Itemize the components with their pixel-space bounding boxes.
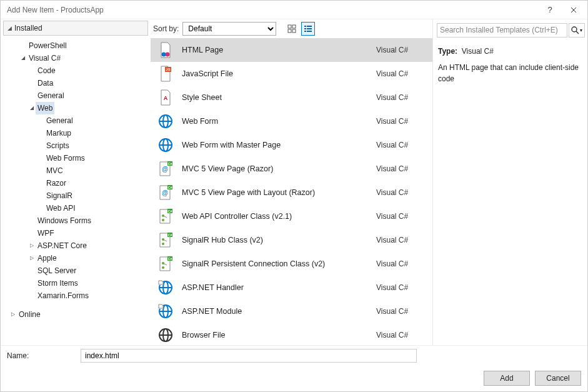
tree-item-web-webapi[interactable]: Web API [7,202,151,214]
tree-item-code[interactable]: Code [7,64,151,77]
template-list[interactable]: HTML PageVisual C#JSJavaScript FileVisua… [151,38,432,345]
close-button[interactable] [559,1,587,19]
template-language: Visual C# [376,283,426,292]
left-panel: ◢ Installed PowerShell ◢Visual C# Code D… [1,19,151,345]
tree-item-data[interactable]: Data [7,77,151,89]
tree-item-powershell[interactable]: PowerShell [7,39,151,52]
class-file-icon: C# [158,256,173,271]
svg-rect-1 [292,25,296,28]
svg-point-10 [162,53,166,57]
tree-item-web-scripts[interactable]: Scripts [7,139,151,152]
sort-by-select[interactable]: Default [182,22,276,36]
css-file-icon: A [158,90,173,105]
online-header[interactable]: ▷Online [7,308,151,321]
chevron-down-icon: ◢ [7,25,12,31]
window-title: Add New Item - ProductsApp [7,6,104,14]
template-language: Visual C# [376,46,426,54]
template-row[interactable]: ASP.NET HandlerVisual C# [151,276,432,299]
globe3-file-icon [158,328,173,343]
tree-item-web-razor[interactable]: Razor [7,177,151,189]
template-language: Visual C# [376,259,426,268]
svg-rect-6 [304,28,306,29]
template-row[interactable]: C#SignalR Hub Class (v2)Visual C# [151,228,432,252]
tree-item-visual-csharp[interactable]: ◢Visual C# [7,52,151,64]
template-row[interactable]: Browser FileVisual C# [151,323,432,345]
razor-file-icon: @C# [158,161,173,176]
template-row[interactable]: C#SignalR Persistent Connection Class (v… [151,252,432,276]
template-row[interactable]: @C#MVC 5 View Page with Layout (Razor)Vi… [151,181,432,204]
tree-item-web[interactable]: ◢Web [7,102,151,114]
template-label: ASP.NET Module [182,307,367,316]
svg-rect-9 [307,31,312,32]
help-button[interactable]: ? [541,1,559,19]
template-language: Visual C# [376,212,426,221]
search-input[interactable]: Search Installed Templates (Ctrl+E) [437,23,567,38]
cancel-button[interactable]: Cancel [535,371,581,386]
right-panel: Search Installed Templates (Ctrl+E) ▾ Ty… [432,19,587,345]
button-row: Add Cancel [1,365,587,391]
installed-header[interactable]: ◢ Installed [3,21,148,36]
tree-item-web-markup[interactable]: Markup [7,127,151,139]
template-row[interactable]: C#Web API Controller Class (v2.1)Visual … [151,204,432,228]
name-input[interactable] [81,349,417,363]
js-file-icon: JS [158,66,173,81]
globe-file-icon [158,114,173,129]
template-language: Visual C# [376,164,426,173]
titlebar: Add New Item - ProductsApp ? [1,1,587,19]
tree-item-storm-items[interactable]: Storm Items [7,277,151,289]
template-language: Visual C# [376,93,426,102]
svg-point-33 [162,243,164,245]
template-row[interactable]: HTML PageVisual C# [151,38,432,62]
template-row[interactable]: ASP.NET ModuleVisual C# [151,299,432,323]
svg-rect-2 [288,29,291,33]
tree-item-web-forms[interactable]: Web Forms [7,152,151,164]
svg-text:C#: C# [168,257,172,261]
tree-item-web-mvc[interactable]: MVC [7,164,151,177]
template-language: Visual C# [376,307,426,316]
category-tree: PowerShell ◢Visual C# Code Data General … [1,39,151,321]
search-button[interactable]: ▾ [569,23,585,38]
tree-item-aspnet-core[interactable]: ▷ASP.NET Core [7,239,151,252]
tree-item-general[interactable]: General [7,89,151,102]
class-file-icon: C# [158,209,173,224]
svg-text:C#: C# [168,162,172,166]
template-row[interactable]: @C#MVC 5 View Page (Razor)Visual C# [151,157,432,181]
svg-rect-5 [307,26,312,27]
add-button[interactable]: Add [484,371,530,386]
installed-label: Installed [14,24,42,33]
tree-item-apple[interactable]: ▷Apple [7,252,151,264]
svg-rect-3 [292,29,296,33]
template-row[interactable]: AStyle SheetVisual C# [151,86,432,109]
tree-item-web-signalr[interactable]: SignalR [7,189,151,202]
view-large-icons-button[interactable] [285,22,299,36]
template-row[interactable]: Web FormVisual C# [151,109,432,133]
view-list-button[interactable] [301,22,315,36]
sort-by-label: Sort by: [153,24,179,33]
svg-text:C#: C# [168,186,172,189]
template-row[interactable]: JSJavaScript FileVisual C# [151,62,432,86]
template-label: SignalR Hub Class (v2) [182,236,367,244]
template-row[interactable]: Web Form with Master PageVisual C# [151,133,432,157]
tree-item-sql-server[interactable]: SQL Server [7,264,151,277]
svg-point-28 [162,219,164,221]
globe-file-icon [158,138,173,153]
grid-icon [287,24,296,33]
tree-item-web-general[interactable]: General [7,114,151,127]
template-label: Web Form with Master Page [182,141,367,149]
tree-item-windows-forms[interactable]: Windows Forms [7,214,151,227]
template-language: Visual C# [376,331,426,339]
search-placeholder: Search Installed Templates (Ctrl+E) [440,26,558,34]
chevron-down-icon: ◢ [19,52,27,64]
svg-rect-4 [304,26,306,27]
svg-text:@: @ [162,166,168,173]
tree-item-wpf[interactable]: WPF [7,227,151,239]
template-language: Visual C# [376,188,426,197]
svg-line-54 [576,31,579,34]
svg-rect-7 [307,28,312,29]
close-icon [571,7,577,13]
svg-text:@: @ [162,189,168,196]
globe2-file-icon [158,304,173,319]
template-language: Visual C# [376,141,426,149]
center-toolbar: Sort by: Default [151,19,432,38]
tree-item-xamarin-forms[interactable]: Xamarin.Forms [7,289,151,302]
